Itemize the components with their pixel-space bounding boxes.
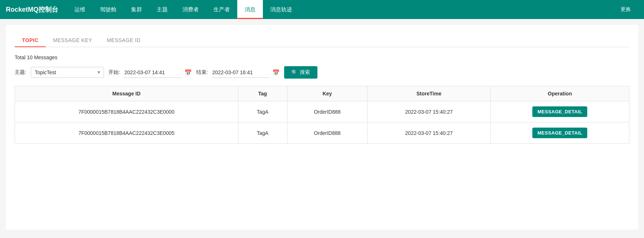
cell-tag: TagA <box>238 122 287 144</box>
table-header: Message ID Tag Key StoreTime Operation <box>15 86 629 101</box>
nav-item-xiaoxi[interactable]: 消息 <box>237 0 263 19</box>
topic-select[interactable]: TopicTest <box>31 67 104 78</box>
topic-label: 主题: <box>15 69 26 76</box>
start-date-group: 开始: 📅 <box>108 67 192 78</box>
navbar: RocketMQ控制台 运维 驾驶舱 集群 主题 消费者 生产者 消息 消息轨迹… <box>0 0 644 19</box>
end-label: 结束: <box>196 69 208 76</box>
cell-key: OrderID888 <box>287 122 367 144</box>
col-header-storetime: StoreTime <box>367 86 490 101</box>
cell-operation[interactable]: MESSAGE_DETAIL <box>491 122 629 144</box>
cell-storetime: 2022-03-07 15:40:27 <box>367 122 490 144</box>
tab-bar: TOPIC MESSAGE KEY MESSAGE ID <box>15 34 629 47</box>
nav-item-jiqun[interactable]: 集群 <box>124 0 149 19</box>
col-header-key: Key <box>287 86 367 101</box>
tab-message-key[interactable]: MESSAGE KEY <box>46 34 100 47</box>
cell-message-id: 7F0000015B7818B4AAC222432C3E0000 <box>15 101 238 122</box>
nav-item-zhuti[interactable]: 主题 <box>149 0 175 19</box>
messages-table: Message ID Tag Key StoreTime Operation 7… <box>15 86 629 144</box>
brand: RocketMQ控制台 <box>6 5 58 14</box>
nav-items: 运维 驾驶舱 集群 主题 消费者 生产者 消息 消息轨迹 <box>67 0 613 19</box>
cell-operation[interactable]: MESSAGE_DETAIL <box>491 101 629 122</box>
calendar-icon-start[interactable]: 📅 <box>185 69 192 76</box>
nav-right-change[interactable]: 更换 <box>613 6 638 13</box>
tab-message-id[interactable]: MESSAGE ID <box>100 34 148 47</box>
table-row: 7F0000015B7818B4AAC222432C3E0000 TagA Or… <box>15 101 629 122</box>
topic-select-wrapper: TopicTest ▼ <box>31 67 104 78</box>
tab-topic[interactable]: TOPIC <box>15 34 46 47</box>
end-date-input[interactable] <box>211 67 269 78</box>
nav-item-xiaoxiguiji[interactable]: 消息轨迹 <box>263 0 299 19</box>
nav-item-shengchanzhe[interactable]: 生产者 <box>206 0 237 19</box>
main-content: TOPIC MESSAGE KEY MESSAGE ID Total 10 Me… <box>6 25 638 230</box>
cell-key: OrderID888 <box>287 101 367 122</box>
cell-storetime: 2022-03-07 15:40:27 <box>367 101 490 122</box>
start-label: 开始: <box>108 69 120 76</box>
end-date-group: 结束: 📅 <box>196 67 280 78</box>
nav-item-xiaofeizhe[interactable]: 消费者 <box>175 0 206 19</box>
search-bar: 主题: TopicTest ▼ 开始: 📅 结束: 📅 🔍 搜索 <box>15 66 629 79</box>
total-messages: Total 10 Messages <box>15 54 629 60</box>
col-header-message-id: Message ID <box>15 86 238 101</box>
search-button[interactable]: 🔍 搜索 <box>284 66 317 79</box>
table-row: 7F0000015B7818B4AAC222432C3E0005 TagA Or… <box>15 122 629 144</box>
table-body: 7F0000015B7818B4AAC222432C3E0000 TagA Or… <box>15 101 629 144</box>
message-detail-button[interactable]: MESSAGE_DETAIL <box>532 128 587 138</box>
start-date-input[interactable] <box>123 67 182 78</box>
cell-tag: TagA <box>238 101 287 122</box>
col-header-operation: Operation <box>491 86 629 101</box>
cell-message-id: 7F0000015B7818B4AAC222432C3E0005 <box>15 122 238 144</box>
nav-item-yunwei[interactable]: 运维 <box>67 0 93 19</box>
message-detail-button[interactable]: MESSAGE_DETAIL <box>532 106 587 117</box>
search-icon: 🔍 <box>291 69 298 75</box>
col-header-tag: Tag <box>238 86 287 101</box>
nav-item-jiashicang[interactable]: 驾驶舱 <box>93 0 124 19</box>
search-button-label: 搜索 <box>300 69 310 76</box>
calendar-icon-end[interactable]: 📅 <box>272 69 280 76</box>
